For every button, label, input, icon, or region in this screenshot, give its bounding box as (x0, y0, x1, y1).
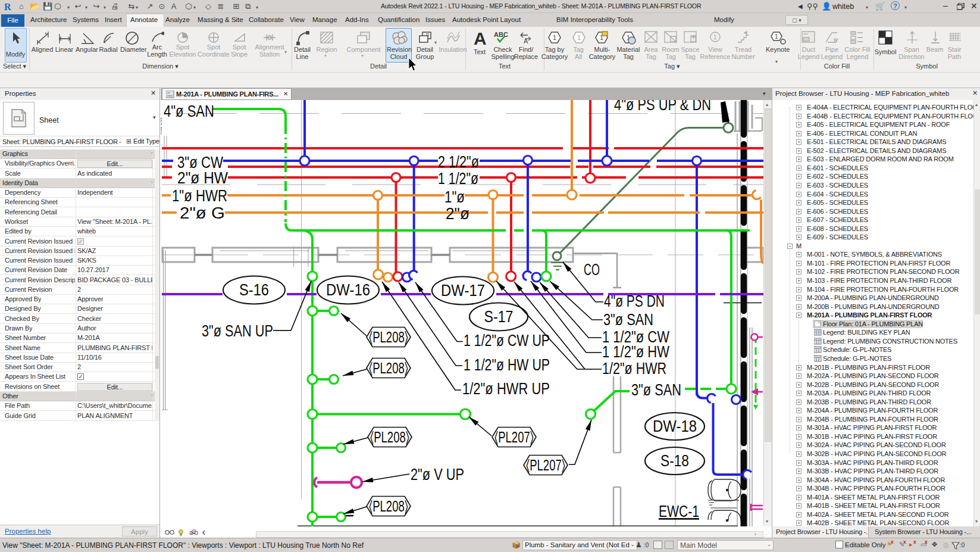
svg-text:3"ø SAN: 3"ø SAN (631, 381, 681, 399)
svg-text:3"ø SAN UP: 3"ø SAN UP (202, 322, 273, 340)
svg-text:DW-18: DW-18 (653, 417, 697, 435)
svg-text:R: R (4, 2, 11, 12)
svg-text:4"ø SAN: 4"ø SAN (164, 102, 214, 120)
svg-text:DW-17: DW-17 (441, 282, 485, 300)
svg-text:4"ø PS UP & DN: 4"ø PS UP & DN (614, 100, 711, 114)
svg-text:〈PL207〉: 〈PL207〉 (526, 456, 565, 474)
svg-text:HW CW: HW CW (161, 117, 163, 135)
svg-text:〈PL208〉: 〈PL208〉 (369, 359, 408, 377)
svg-text:S-16: S-16 (239, 281, 269, 299)
svg-text:4"ø PS DN: 4"ø PS DN (604, 292, 665, 310)
svg-text:2"ø V UP: 2"ø V UP (411, 466, 464, 484)
svg-text:S-17: S-17 (484, 308, 514, 326)
svg-text:〈PL208〉: 〈PL208〉 (370, 428, 409, 446)
svg-text:1: 1 (553, 34, 556, 41)
svg-text:ABC: ABC (494, 31, 508, 38)
svg-text:〈PL208〉: 〈PL208〉 (369, 328, 408, 346)
svg-text:A: A (474, 29, 487, 47)
svg-text:CO: CO (584, 261, 600, 279)
svg-text:2"ø G: 2"ø G (180, 204, 225, 222)
svg-text:1: 1 (713, 34, 717, 40)
svg-text:〈PL208〉: 〈PL208〉 (369, 497, 408, 515)
svg-text:〈PL207〉: 〈PL207〉 (494, 428, 534, 446)
svg-text:1/2"ø HWR UP: 1/2"ø HWR UP (462, 380, 550, 398)
svg-text:3"ø SAN: 3"ø SAN (603, 311, 653, 329)
svg-text:2 1/2"ø: 2 1/2"ø (438, 153, 479, 171)
svg-text:2"ø HW: 2"ø HW (177, 169, 228, 187)
svg-text:1 1/2"ø CW UP: 1 1/2"ø CW UP (464, 332, 550, 350)
svg-text:S-18: S-18 (660, 452, 689, 470)
svg-text:DW-16: DW-16 (326, 281, 370, 299)
svg-text:1: 1 (775, 33, 778, 40)
svg-text:1 1/2"ø HW: 1 1/2"ø HW (602, 343, 669, 361)
svg-text:2"ø: 2"ø (446, 205, 469, 223)
svg-text:1"ø HWR: 1"ø HWR (172, 187, 227, 205)
svg-text:1 1/2"ø HW UP: 1 1/2"ø HW UP (464, 356, 550, 374)
svg-text:1: 1 (577, 34, 581, 41)
svg-text:1/2"ø HWR: 1/2"ø HWR (602, 360, 666, 378)
svg-text:EWC-1: EWC-1 (659, 503, 699, 520)
svg-text:1"ø: 1"ø (444, 188, 465, 206)
svg-text:1 1/2"ø: 1 1/2"ø (438, 170, 478, 188)
